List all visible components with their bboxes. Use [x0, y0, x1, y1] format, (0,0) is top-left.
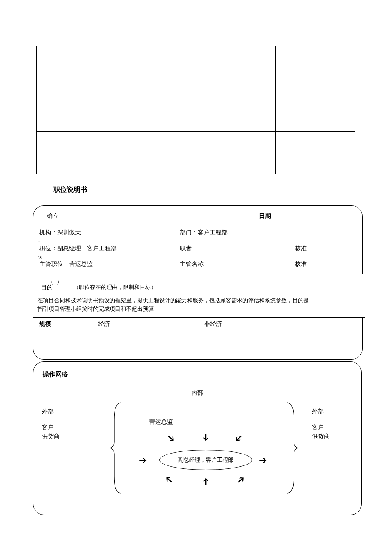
scale-title: 规模 [39, 320, 51, 357]
arrow-icon: ➔ [139, 455, 147, 466]
document-title: 职位说明书 [53, 185, 356, 194]
purpose-label: 目的 [41, 283, 53, 292]
purpose-body-line1: 在项目合同和技术说明书预设的框架里，提供工程设计的能力和服务，包括顾客需求的评估… [37, 296, 360, 305]
dept-label: 部门：客户工程部 [180, 228, 295, 237]
purpose-section: ( , ) 目的 （职位存在的理由，限制和目标） 在项目合同和技术说明书预设的框… [33, 274, 365, 318]
scale-economic: 经济 [98, 320, 110, 357]
scale-section: 规模 经济 非经济 [33, 317, 363, 360]
table-cell [164, 132, 276, 174]
arrow-icon: ➔ [234, 474, 248, 487]
table-cell [164, 46, 276, 89]
ext-label-right: 外部 [312, 407, 330, 416]
table-cell [276, 89, 355, 132]
header-section: 确立 日期 : 机构：深圳傲天 部门：客户工程部 :, 职位：副总经理，客户工程… [33, 205, 363, 274]
network-internal: 内部 [191, 389, 203, 397]
table-cell [37, 132, 164, 174]
customer-left: 客户 [42, 423, 60, 432]
ext-label-left: 外部 [42, 407, 60, 416]
holder-label: 职者 [180, 244, 295, 253]
supplier-left: 供货商 [42, 432, 60, 441]
arrow-icon: ➔ [163, 474, 176, 487]
supervisor-name: 主管名称 [180, 260, 295, 269]
network-section: 操作网络 内部 外部 客户 供货商 外部 客户 供货商 营运总监 副总经理，客户… [33, 361, 362, 515]
top-blank-table [36, 46, 355, 174]
table-cell [37, 89, 164, 132]
network-external-right: 外部 客户 供货商 [312, 407, 330, 441]
confirm-label: 确立 [47, 212, 59, 220]
center-ellipse: 副总经理，客户工程部 [159, 450, 252, 470]
arrow-icon: ➔ [200, 478, 211, 486]
purpose-sub: （职位存在的理由，限制和目标） [73, 283, 156, 292]
table-cell [164, 89, 276, 132]
date-label: 日期 [259, 212, 271, 220]
network-manager: 营运总监 [149, 418, 173, 426]
arrow-icon: ➔ [232, 432, 245, 445]
org-label: 机构：深圳傲天 [39, 228, 180, 237]
approve-label2: 核准 [295, 260, 356, 269]
customer-right: 客户 [312, 423, 330, 432]
table-cell [276, 46, 355, 89]
arrow-icon: ➔ [200, 434, 211, 441]
supplier-right: 供货商 [312, 432, 330, 441]
scale-noneconomic: 非经济 [204, 321, 222, 327]
bracket-left-icon [108, 401, 125, 495]
network-title: 操作网络 [43, 370, 355, 379]
center-label: 副总经理，客户工程部 [178, 456, 233, 464]
supervisor-pos: 主管职位：营运总监 [39, 260, 180, 269]
table-cell [276, 132, 355, 174]
network-external-left: 外部 客户 供货商 [42, 407, 60, 441]
bracket-right-icon [283, 401, 300, 495]
arrow-icon: ➔ [164, 432, 178, 445]
position-label: 职位：副总经理，客户工程部 [39, 244, 180, 253]
table-cell [37, 46, 164, 89]
approve-label: 核准 [295, 244, 356, 253]
arrow-icon: ➔ [259, 455, 267, 466]
purpose-body-line2: 指引项目管理小组按时的完成项目和不超出预算 [37, 305, 360, 313]
